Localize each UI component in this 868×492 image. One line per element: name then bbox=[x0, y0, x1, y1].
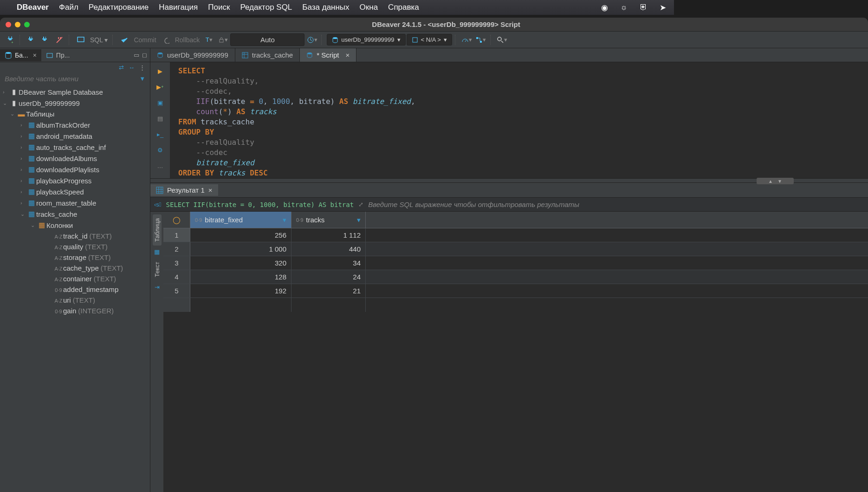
navigator-filter-input[interactable] bbox=[5, 75, 139, 83]
tree-column[interactable]: A·Ztrack_id(TEXT) bbox=[0, 231, 150, 241]
menu-navigation[interactable]: Навигация bbox=[159, 3, 198, 12]
sql-dropdown[interactable]: SQL ▾ bbox=[88, 36, 110, 44]
tree-column[interactable]: 0·9gain(INTEGER) bbox=[0, 305, 150, 316]
result-filter-input[interactable]: Введите SQL выражение чтобы отфильтроват… bbox=[368, 201, 674, 208]
close-window-button[interactable] bbox=[6, 22, 11, 27]
grid-mode-icon[interactable]: ▦ bbox=[154, 248, 160, 255]
tree-column[interactable]: A·Zstorage(TEXT) bbox=[0, 252, 150, 263]
tree-column[interactable]: 0·9added_timestamp bbox=[0, 284, 150, 295]
row-number[interactable]: 5 bbox=[163, 284, 190, 298]
editor-tab[interactable]: tracks_cache bbox=[235, 48, 300, 62]
cell[interactable]: 34 bbox=[291, 256, 366, 270]
tree-table[interactable]: ›▦playbackProgress bbox=[0, 175, 150, 186]
cell[interactable]: 24 bbox=[291, 270, 366, 284]
brightness-icon[interactable]: ☼ bbox=[619, 3, 628, 12]
close-icon[interactable]: × bbox=[346, 51, 350, 59]
cell[interactable]: 440 bbox=[291, 242, 366, 256]
close-icon[interactable]: × bbox=[33, 52, 37, 59]
tree-table[interactable]: ›▦auto_tracks_cache_inf bbox=[0, 142, 150, 153]
expand-icon[interactable]: ⤢ bbox=[358, 201, 363, 208]
table-row[interactable]: 332034 bbox=[163, 256, 674, 270]
link-editor-icon[interactable]: ⇄ bbox=[119, 64, 124, 71]
menu-window[interactable]: Окна bbox=[360, 3, 378, 12]
close-icon[interactable]: × bbox=[208, 186, 213, 194]
shield-icon[interactable]: ⛨ bbox=[639, 3, 648, 12]
row-number[interactable]: 4 bbox=[163, 270, 190, 284]
menu-search[interactable]: Поиск bbox=[208, 3, 230, 12]
row-number[interactable]: 2 bbox=[163, 242, 190, 256]
sidebar-tab-databases[interactable]: Ба...× bbox=[0, 49, 41, 61]
minimize-pane-icon[interactable]: ▭ bbox=[134, 52, 139, 58]
tree-table[interactable]: ›▦downloadedAlbums bbox=[0, 153, 150, 164]
column-header[interactable]: 0·9bitrate_fixed▾ bbox=[190, 212, 291, 228]
result-tab[interactable]: Результат 1 × bbox=[150, 184, 218, 196]
tree-column[interactable]: A·Zcache_type(TEXT) bbox=[0, 263, 150, 273]
commit-mode-select[interactable]: Auto bbox=[230, 33, 304, 46]
execute-script-button[interactable]: ▶+ bbox=[155, 82, 165, 92]
mark-all-icon[interactable]: ◯ bbox=[173, 216, 181, 224]
tree-table[interactable]: ⌄▦tracks_cache bbox=[0, 208, 150, 220]
sort-icon[interactable]: ▾ bbox=[357, 216, 361, 224]
filter-icon[interactable]: ▼ bbox=[139, 75, 145, 82]
cell[interactable]: 1 112 bbox=[291, 228, 366, 242]
tx-log-button[interactable]: ▤ bbox=[155, 113, 165, 123]
editor-results-splitter[interactable]: ▲▼ bbox=[150, 178, 674, 183]
record-mode-icon[interactable]: ⇥ bbox=[155, 284, 160, 291]
editor-tab[interactable]: userDb_999999999 bbox=[150, 48, 235, 62]
row-number[interactable]: 3 bbox=[163, 256, 190, 270]
menu-edit[interactable]: Редактирование bbox=[89, 3, 149, 12]
menu-database[interactable]: База данных bbox=[302, 3, 349, 12]
disconnect-button[interactable] bbox=[53, 33, 66, 46]
connect-button[interactable] bbox=[25, 33, 38, 46]
telegram-icon[interactable]: ➤ bbox=[658, 3, 667, 12]
menu-sql-editor[interactable]: Редактор SQL bbox=[240, 3, 292, 12]
cell[interactable]: 128 bbox=[190, 270, 291, 284]
sql-editor[interactable]: ▶ ▶+ ▣ ▤ ▸_ ⚙ … SELECT --realQuality, --… bbox=[150, 62, 674, 178]
tree-column[interactable]: A·Zquality(TEXT) bbox=[0, 241, 150, 252]
tree-table[interactable]: ›▦albumTrackOrder bbox=[0, 119, 150, 130]
tree-tables-folder[interactable]: ⌄▬Таблицы bbox=[0, 109, 150, 119]
table-row[interactable]: 412824 bbox=[163, 270, 674, 284]
collapse-all-icon[interactable]: ↔ bbox=[129, 64, 135, 71]
connection-select[interactable]: userDb_999999999 ▾ bbox=[327, 34, 405, 45]
cell[interactable]: 1 000 bbox=[190, 242, 291, 256]
dashboard-button[interactable]: ▾ bbox=[460, 33, 473, 46]
diagram-button[interactable]: ▾ bbox=[474, 33, 487, 46]
settings-button[interactable]: ⚙ bbox=[155, 145, 165, 155]
sort-icon[interactable]: ▾ bbox=[283, 216, 286, 224]
menubar-app-name[interactable]: DBeaver bbox=[17, 3, 49, 12]
screen-record-icon[interactable]: ◉ bbox=[600, 3, 609, 12]
column-header[interactable]: 0·9tracks▾ bbox=[291, 212, 366, 228]
table-row[interactable]: 21 000440 bbox=[163, 242, 674, 256]
cell[interactable]: 192 bbox=[190, 284, 291, 298]
tree-table[interactable]: ›▦playbackSpeed bbox=[0, 186, 150, 197]
result-vtab-table[interactable]: Таблица bbox=[153, 214, 162, 246]
more-icon[interactable]: … bbox=[155, 161, 165, 171]
editor-tab[interactable]: * Script× bbox=[300, 48, 356, 62]
menu-file[interactable]: Файл bbox=[59, 3, 78, 12]
show-console-button[interactable]: ▸_ bbox=[155, 129, 165, 139]
menu-help[interactable]: Справка bbox=[388, 3, 419, 12]
sidebar-tab-projects[interactable]: Пр... bbox=[41, 49, 75, 61]
row-number[interactable]: 1 bbox=[163, 228, 190, 242]
tree-table[interactable]: ›▦room_master_table bbox=[0, 197, 150, 208]
explain-plan-button[interactable]: ▣ bbox=[155, 97, 165, 108]
cell[interactable]: 320 bbox=[190, 256, 291, 270]
tree-connection[interactable]: ⌄▮userDb_999999999 bbox=[0, 97, 150, 109]
tree-column[interactable]: A·Zcontainer(TEXT) bbox=[0, 273, 150, 284]
tree-column[interactable]: A·Zuri(TEXT) bbox=[0, 295, 150, 305]
maximize-pane-icon[interactable]: ◻ bbox=[142, 52, 147, 58]
commit-button[interactable] bbox=[118, 33, 131, 46]
navigator-tree[interactable]: ›▮DBeaver Sample Database ⌄▮userDb_99999… bbox=[0, 84, 150, 382]
rollback-button[interactable] bbox=[159, 33, 172, 46]
cell[interactable]: 256 bbox=[190, 228, 291, 242]
new-connection-button[interactable]: + bbox=[4, 33, 17, 46]
view-menu-icon[interactable]: ⋮ bbox=[139, 64, 145, 71]
table-row[interactable]: 12561 112 bbox=[163, 228, 674, 242]
maximize-window-button[interactable] bbox=[24, 22, 30, 27]
table-row[interactable]: 519221 bbox=[163, 284, 674, 298]
reconnect-button[interactable] bbox=[39, 33, 52, 46]
cell[interactable]: 21 bbox=[291, 284, 366, 298]
lock-button[interactable]: ▾ bbox=[216, 33, 229, 46]
execute-statement-button[interactable]: ▶ bbox=[155, 66, 165, 76]
